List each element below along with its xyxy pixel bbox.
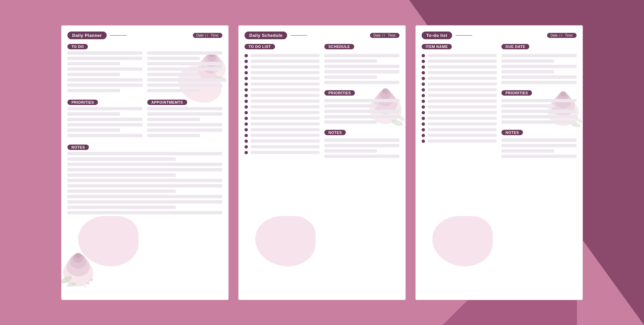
line: [501, 139, 577, 142]
bullet-dot: [422, 88, 425, 92]
card2-todo-list-label: TO DO LIST: [245, 44, 275, 49]
card1-date-badge: Date: / / Time:: [193, 33, 222, 38]
bullet-line: [251, 145, 320, 148]
line: [147, 118, 200, 121]
card3-notes-label: NOTES: [501, 130, 523, 135]
bullet-dot: [245, 94, 248, 97]
line: [67, 123, 143, 126]
line: [147, 112, 222, 116]
line: [147, 134, 200, 137]
line: [324, 110, 399, 113]
bullet-item: [245, 145, 320, 149]
bullet-dot: [422, 94, 425, 97]
card3-date-badge: Date: / / Time:: [547, 33, 577, 38]
card1-priorities-label: PRIORITIES: [67, 100, 98, 105]
line: [324, 99, 399, 102]
bullet-line: [428, 65, 497, 68]
bullet-line: [251, 134, 320, 137]
bullet-dot: [245, 134, 248, 137]
card1-title-area: Daily Planner: [67, 32, 127, 39]
card1-todo-lines1: [67, 51, 143, 92]
line: [67, 118, 143, 121]
card3-priorities-label: PRIORITIES: [501, 90, 532, 96]
bullet-item: [245, 128, 320, 131]
line: [324, 104, 377, 108]
card3-due-date-lines-col: PRIORITIES NOTES: [501, 54, 577, 161]
line: [67, 51, 143, 55]
line: [147, 51, 222, 55]
card1-notes-label: NOTES: [67, 145, 89, 150]
card2-schedule-label: SCHEDULE: [324, 44, 354, 49]
bullet-item: [422, 105, 497, 109]
bullet-line: [428, 77, 497, 80]
card1-notes-lines: [67, 152, 222, 214]
line: [67, 78, 143, 82]
bullet-item: [422, 128, 497, 131]
bullet-line: [251, 122, 320, 125]
line: [501, 59, 554, 63]
bullet-line: [428, 94, 497, 97]
bullet-item: [422, 117, 497, 120]
bullet-dot: [422, 117, 425, 120]
card2-section-headers: TO DO LIST SCHEDULE: [245, 43, 399, 51]
card1-todo-section: TO DO: [67, 43, 222, 96]
bullet-line: [428, 122, 497, 125]
card1-appointment-lines: [147, 107, 222, 137]
line: [501, 65, 577, 68]
bullet-dot: [245, 65, 248, 69]
bullet-line: [428, 83, 497, 86]
line: [67, 179, 222, 182]
bullet-dot: [422, 122, 425, 126]
card-daily-planner: Daily Planner Date: / / Time: TO DO: [61, 25, 229, 300]
line: [324, 75, 377, 79]
bullet-item: [422, 83, 497, 86]
card1-priority-lines: [67, 107, 143, 137]
card2-title-area: Daily Schedule: [245, 32, 307, 39]
bullet-line: [428, 71, 497, 74]
bullet-item: [422, 122, 497, 126]
line: [67, 184, 222, 187]
bullet-item: [245, 83, 320, 86]
bullet-line: [251, 60, 320, 63]
bullet-dot: [245, 122, 248, 126]
card3-due-date-col: DUE DATE: [501, 43, 577, 51]
card2-todo-bullets: [245, 54, 320, 161]
line: [147, 67, 222, 71]
bullet-dot: [245, 83, 248, 86]
bullet-dot: [245, 111, 248, 114]
card1-content: Daily Planner Date: / / Time: TO DO: [67, 32, 222, 294]
bullet-line: [251, 111, 320, 114]
card2-date-area: Date: / / Time:: [370, 33, 399, 38]
card3-item-name-col: ITEM NAME: [422, 43, 497, 51]
bullet-item: [245, 65, 320, 69]
bullet-line: [251, 54, 320, 57]
card1-appointments-label: APPOINTMEMTS: [147, 100, 187, 105]
bullet-line: [428, 105, 497, 108]
line: [324, 139, 399, 142]
bullet-dot: [245, 105, 248, 109]
bullet-dot: [422, 100, 425, 103]
bullet-item: [245, 77, 320, 80]
bullet-item: [422, 111, 497, 114]
card3-title-badge: To-do list: [422, 32, 452, 39]
card1-todo-label: TO DO: [67, 44, 88, 49]
bullet-line: [251, 71, 320, 74]
card3-item-name-bullets: [422, 54, 497, 161]
line: [67, 211, 222, 214]
card2-schedule-col: PRIORITIES NOTES: [324, 54, 399, 161]
line: [67, 168, 222, 171]
bullet-line: [251, 100, 320, 103]
card-todo-list: To-do list Date: / / Time: ITEM NAME: [415, 25, 583, 300]
line: [147, 62, 222, 65]
bullet-item: [245, 71, 320, 74]
bullet-line: [251, 151, 320, 154]
bullet-dot: [422, 140, 425, 143]
card3-title-underline: [455, 35, 472, 36]
bullet-dot: [422, 65, 425, 69]
card1-header: Daily Planner Date: / / Time:: [67, 32, 222, 39]
line: [501, 115, 577, 118]
line: [67, 57, 143, 60]
bullet-dot: [422, 60, 425, 63]
card2-schedule-header-col: SCHEDULE: [324, 43, 399, 51]
line: [67, 67, 143, 71]
